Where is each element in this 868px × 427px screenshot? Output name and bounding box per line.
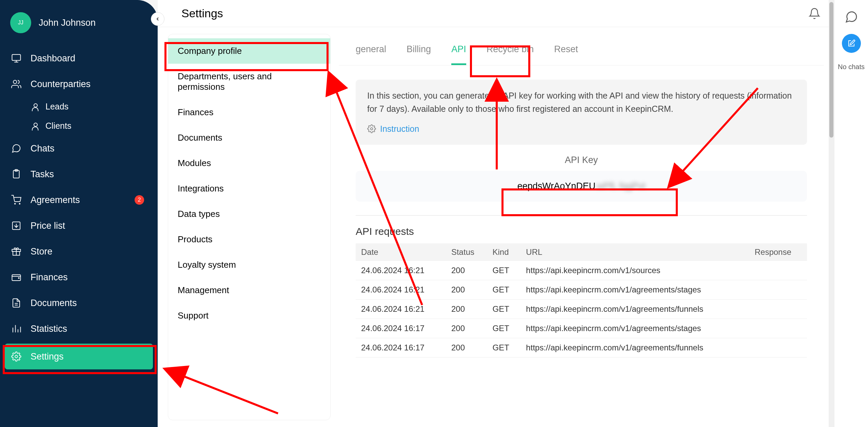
col-url: URL [520, 243, 749, 261]
sidebar-item-price-list[interactable]: Price list [0, 213, 158, 239]
cell-date: 24.06.2024 16:21 [356, 300, 446, 319]
cell-status: 200 [446, 319, 487, 338]
col-status: Status [446, 243, 487, 261]
tab-general[interactable]: general [356, 44, 386, 65]
settings-menu-integrations[interactable]: Integrations [168, 176, 330, 201]
sidebar-item-tasks[interactable]: Tasks [0, 161, 158, 187]
settings-menu-departments-users-and-permissions[interactable]: Departments, users and permissions [168, 64, 330, 100]
cell-date: 24.06.2024 16:21 [356, 280, 446, 300]
settings-menu-support[interactable]: Support [168, 303, 330, 328]
settings-menu-modules[interactable]: Modules [168, 150, 330, 176]
sidebar-item-dashboard[interactable]: Dashboard [0, 45, 158, 71]
sidebar-item-settings[interactable]: Settings [5, 344, 153, 369]
svg-point-3 [13, 80, 17, 84]
cell-response [749, 280, 807, 300]
bell-icon[interactable] [808, 7, 821, 20]
instruction-link[interactable]: Instruction [367, 122, 795, 136]
sidebar-subitem-clients[interactable]: Clients [0, 116, 158, 136]
svg-point-4 [34, 104, 37, 107]
settings-menu-company-profile[interactable]: Company profile [168, 38, 330, 64]
cell-date: 24.06.2024 16:17 [356, 319, 446, 338]
table-row[interactable]: 24.06.2024 16:21200GEThttps://api.keepin… [356, 300, 807, 319]
settings-menu-products[interactable]: Products [168, 227, 330, 252]
sidebar-item-label: Finances [31, 272, 68, 283]
wallet-icon [11, 272, 21, 282]
table-row[interactable]: 24.06.2024 16:21200GEThttps://api.keepin… [356, 261, 807, 280]
cell-response [749, 300, 807, 319]
sidebar-subitem-label: Leads [45, 102, 68, 111]
table-row[interactable]: 24.06.2024 16:17200GEThttps://api.keepin… [356, 338, 807, 358]
user-row[interactable]: JJ John Johnson [0, 6, 158, 45]
gear-icon [367, 124, 376, 133]
cell-url: https://api.keepincrm.com/v1/agreements/… [520, 280, 749, 300]
sidebar-item-counterparties[interactable]: Counterparties [0, 71, 158, 97]
cell-kind: GET [487, 261, 521, 280]
chat-icon [11, 143, 21, 154]
settings-menu-finances[interactable]: Finances [168, 100, 330, 125]
cell-kind: GET [487, 319, 521, 338]
sidebar-item-chats[interactable]: Chats [0, 136, 158, 161]
settings-menu-data-types[interactable]: Data types [168, 201, 330, 227]
svg-point-21 [371, 128, 373, 130]
cart-icon [11, 195, 21, 205]
back-button[interactable] [151, 12, 164, 26]
person-mini-icon [31, 121, 41, 131]
cell-status: 200 [446, 300, 487, 319]
info-text: In this section, you can generate an API… [367, 89, 795, 116]
sidebar-item-finances[interactable]: Finances [0, 264, 158, 290]
settings-menu-loyalty-system[interactable]: Loyalty system [168, 252, 330, 278]
sidebar-item-store[interactable]: Store [0, 239, 158, 264]
cell-kind: GET [487, 300, 521, 319]
cell-url: https://api.keepincrm.com/v1/agreements/… [520, 300, 749, 319]
main-area: Settings Company profileDepartments, use… [158, 0, 834, 427]
svg-point-9 [19, 203, 20, 204]
chat-icon[interactable] [845, 10, 858, 24]
settings-menu-management[interactable]: Management [168, 278, 330, 303]
chevron-left-icon [155, 16, 160, 22]
cell-response [749, 261, 807, 280]
tab-api[interactable]: API [451, 44, 466, 65]
user-name: John Johnson [39, 18, 96, 28]
sidebar-item-statistics[interactable]: Statistics [0, 316, 158, 342]
sidebar-item-agreements[interactable]: Agreements2 [0, 187, 158, 213]
col-kind: Kind [487, 243, 521, 261]
divider [356, 215, 807, 216]
sidebar-subitem-leads[interactable]: Leads [0, 97, 158, 116]
cell-response [749, 338, 807, 358]
table-row[interactable]: 24.06.2024 16:17200GEThttps://api.keepin… [356, 319, 807, 338]
compose-button[interactable] [842, 34, 861, 53]
edit-icon [847, 39, 855, 47]
sidebar-item-documents[interactable]: Documents [0, 290, 158, 316]
download-box-icon [11, 221, 21, 231]
scrollbar[interactable] [829, 0, 834, 427]
sidebar-item-label: Dashboard [31, 53, 75, 64]
settings-menu-documents[interactable]: Documents [168, 125, 330, 150]
tab-billing[interactable]: Billing [407, 44, 431, 65]
col-response: Response [749, 243, 807, 261]
info-box: In this section, you can generate an API… [356, 80, 807, 145]
cell-kind: GET [487, 338, 521, 358]
apikey-blurred: wPfL fqgPvt [597, 181, 645, 191]
settings-submenu: Company profileDepartments, users and pe… [168, 34, 331, 420]
cell-status: 200 [446, 338, 487, 358]
topbar: Settings [158, 0, 834, 27]
cell-date: 24.06.2024 16:21 [356, 261, 446, 280]
cell-status: 200 [446, 261, 487, 280]
svg-point-20 [15, 355, 18, 358]
tab-reset[interactable]: Reset [554, 44, 578, 65]
cell-url: https://api.keepincrm.com/v1/sources [520, 261, 749, 280]
sidebar-item-label: Price list [31, 221, 65, 231]
sidebar-item-label: Store [31, 246, 53, 257]
right-rail: No chats [834, 0, 868, 427]
settings-panel: generalBillingAPIRecycle binReset In thi… [339, 34, 824, 420]
tab-recycle-bin[interactable]: Recycle bin [487, 44, 534, 65]
svg-rect-0 [12, 55, 21, 61]
sidebar-item-label: Documents [31, 298, 77, 308]
gear-icon [11, 351, 21, 362]
table-row[interactable]: 24.06.2024 16:21200GEThttps://api.keepin… [356, 280, 807, 300]
gift-icon [11, 246, 21, 257]
cell-url: https://api.keepincrm.com/v1/agreements/… [520, 319, 749, 338]
badge: 2 [135, 195, 144, 205]
apikey-value[interactable]: eepdsWrAoYnDEU wPfL fqgPvt [356, 171, 807, 202]
apikey-label: API Key [356, 155, 807, 165]
